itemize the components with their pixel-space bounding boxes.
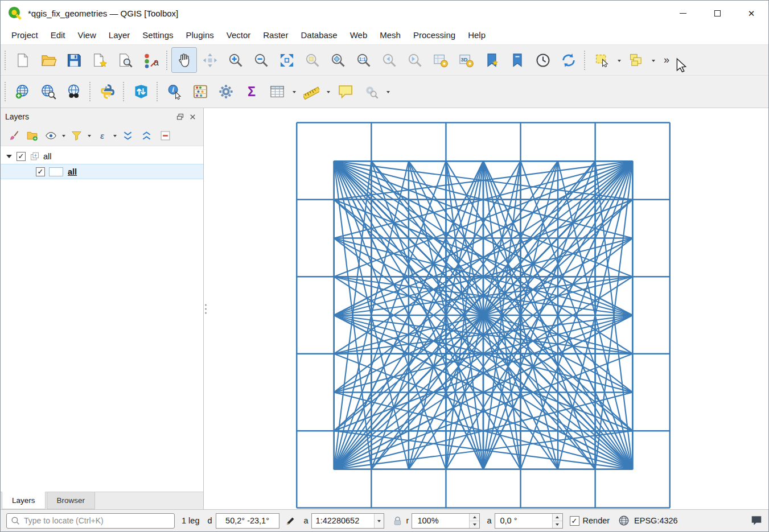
zoom-full-extent-button[interactable]: [274, 47, 299, 73]
rotation-spin-up-icon[interactable]: [553, 514, 562, 521]
open-attribute-table-button[interactable]: [264, 79, 290, 105]
rotation-spinbox[interactable]: 0,0 °: [495, 513, 563, 529]
filter-by-expression-button[interactable]: ε: [93, 127, 112, 144]
collapse-all-button[interactable]: [137, 127, 156, 144]
metasearch-button[interactable]: [35, 79, 61, 105]
processing-toolbox-button[interactable]: [358, 79, 384, 105]
magnifier-spinbox[interactable]: 100%: [412, 513, 480, 529]
locator-search[interactable]: [6, 513, 175, 529]
menu-project[interactable]: Project: [5, 27, 44, 43]
map-canvas[interactable]: [204, 108, 768, 509]
crs-globe-icon[interactable]: [618, 514, 630, 527]
menu-settings[interactable]: Settings: [136, 27, 179, 43]
expander-icon[interactable]: [6, 155, 12, 161]
scale-combo[interactable]: 1:42280652: [311, 513, 384, 529]
minimize-button[interactable]: [666, 1, 700, 26]
deselect-features-button[interactable]: [623, 47, 649, 73]
menu-help[interactable]: Help: [462, 27, 492, 43]
zoom-to-selection-button[interactable]: [299, 47, 325, 73]
expand-all-button[interactable]: [118, 127, 137, 144]
open-attribute-table-dropdown[interactable]: [290, 79, 298, 105]
scale-dropdown-icon[interactable]: [374, 514, 384, 528]
measure-line-button[interactable]: [298, 79, 324, 105]
open-project-button[interactable]: [35, 47, 61, 73]
new-project-button[interactable]: [10, 47, 35, 73]
menu-vector[interactable]: Vector: [220, 27, 257, 43]
select-features-button[interactable]: [589, 47, 615, 73]
map-tips-button[interactable]: [332, 79, 358, 105]
menu-database[interactable]: Database: [294, 27, 343, 43]
lock-scale-icon[interactable]: [392, 515, 403, 526]
zoom-in-button[interactable]: [223, 47, 248, 73]
statistical-summary-button[interactable]: Σ: [238, 79, 264, 105]
graphical-modeler-button[interactable]: [187, 79, 213, 105]
close-button[interactable]: ✕: [734, 1, 768, 26]
layer-label[interactable]: all: [43, 152, 52, 161]
render-checkbox[interactable]: ✓: [570, 516, 579, 526]
layer-group-row[interactable]: ✓all: [1, 149, 203, 164]
menu-edit[interactable]: Edit: [44, 27, 72, 43]
menu-layer[interactable]: Layer: [102, 27, 137, 43]
new-map-view-button[interactable]: [427, 47, 453, 73]
menu-web[interactable]: Web: [344, 27, 374, 43]
zoom-last-button[interactable]: [376, 47, 402, 73]
identify-features-button[interactable]: i: [162, 79, 187, 105]
measure-line-dropdown[interactable]: [324, 79, 332, 105]
select-features-dropdown[interactable]: [615, 47, 623, 73]
coordinate-box[interactable]: 50,2° -23,1°: [216, 513, 279, 529]
new-print-layout-button[interactable]: [87, 47, 112, 73]
zoom-native-resolution-button[interactable]: 1:1: [351, 47, 376, 73]
manage-map-themes-dropdown[interactable]: [60, 127, 67, 144]
processing-toolbox-dropdown[interactable]: [384, 79, 392, 105]
filter-legend-button[interactable]: [67, 127, 86, 144]
zoom-next-button[interactable]: [402, 47, 427, 73]
coordinate-capture-icon[interactable]: [285, 515, 296, 526]
menu-mesh[interactable]: Mesh: [373, 27, 407, 43]
visibility-checkbox[interactable]: ✓: [17, 152, 26, 161]
manage-map-themes-button[interactable]: [42, 127, 60, 144]
pan-map-button[interactable]: [171, 47, 197, 73]
options-button[interactable]: [213, 79, 238, 105]
open-layer-styling-button[interactable]: [4, 127, 23, 144]
add-wms-service-button[interactable]: [10, 79, 35, 105]
deselect-features-dropdown[interactable]: [649, 47, 657, 73]
splitter-handle[interactable]: [205, 304, 207, 314]
python-console-button[interactable]: [94, 79, 120, 105]
close-panel-button[interactable]: [186, 111, 199, 122]
zoom-to-layer-button[interactable]: [325, 47, 351, 73]
float-panel-button[interactable]: [174, 111, 186, 122]
new-3d-map-view-button[interactable]: 3D: [453, 47, 479, 73]
toolbar-overflow-button[interactable]: »: [657, 47, 676, 73]
magnifier-spin-down-icon[interactable]: [470, 521, 479, 528]
web-search-button[interactable]: [61, 79, 87, 105]
add-group-button[interactable]: [23, 127, 42, 144]
panel-tab-browser[interactable]: Browser: [47, 492, 96, 509]
show-bookmarks-button[interactable]: [504, 47, 530, 73]
layer-row[interactable]: ✓all: [1, 164, 203, 179]
remove-layer-button[interactable]: [156, 127, 175, 144]
panel-tab-layers[interactable]: Layers: [2, 492, 46, 509]
filter-legend-dropdown[interactable]: [86, 127, 93, 144]
menu-processing[interactable]: Processing: [407, 27, 462, 43]
pan-to-selection-button[interactable]: [197, 47, 223, 73]
locator-input[interactable]: [24, 516, 171, 525]
save-project-button[interactable]: [61, 47, 87, 73]
layer-symbol-swatch[interactable]: [49, 167, 63, 176]
visibility-checkbox[interactable]: ✓: [36, 167, 45, 176]
messages-icon[interactable]: [750, 514, 763, 527]
menu-plugins[interactable]: Plugins: [180, 27, 220, 43]
plugin-transfer-button[interactable]: [128, 79, 154, 105]
refresh-map-button[interactable]: [556, 47, 581, 73]
new-spatial-bookmark-button[interactable]: [479, 47, 504, 73]
layout-manager-button[interactable]: [112, 47, 138, 73]
menu-view[interactable]: View: [72, 27, 102, 43]
temporal-controller-button[interactable]: [530, 47, 556, 73]
zoom-out-button[interactable]: [248, 47, 274, 73]
maximize-button[interactable]: [700, 1, 734, 26]
layer-label[interactable]: all: [68, 167, 77, 176]
filter-by-expression-dropdown[interactable]: [112, 127, 118, 144]
style-manager-button[interactable]: a: [138, 47, 163, 73]
menu-raster[interactable]: Raster: [257, 27, 294, 43]
rotation-spin-down-icon[interactable]: [553, 521, 562, 528]
magnifier-spin-up-icon[interactable]: [470, 514, 479, 521]
